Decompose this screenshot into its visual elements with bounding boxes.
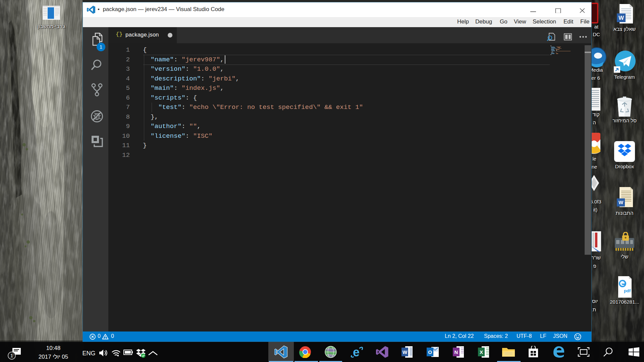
- svg-text:e: e: [353, 346, 360, 358]
- svg-text:O: O: [428, 349, 432, 355]
- svg-text:X: X: [480, 349, 483, 355]
- svg-text:W: W: [402, 349, 408, 355]
- svg-text:W: W: [619, 15, 624, 21]
- svg-text:W: W: [619, 199, 624, 205]
- svg-text:N: N: [454, 349, 458, 355]
- svg-text:1: 1: [10, 353, 13, 358]
- svg-text:pdf: pdf: [624, 288, 631, 293]
